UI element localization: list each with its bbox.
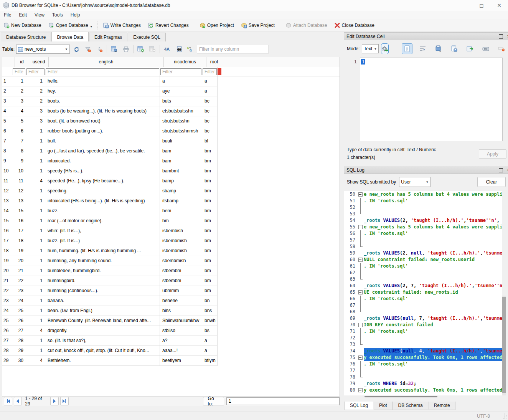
table-row[interactable]: 29304Bethlehem.beetlyembtlym [2,356,340,366]
table-row[interactable]: 27281so. (lit. Is that so?),a?a [2,336,340,346]
column-header-root[interactable]: root [206,57,222,67]
cell-root[interactable]: bs [202,326,218,336]
cell-userid[interactable]: 1 [26,156,45,166]
tab-browse-data[interactable]: Browse Data [51,32,89,41]
cell-english[interactable]: boots. [45,96,160,106]
next-page-button[interactable] [50,397,59,405]
cell-nicodemus[interactable]: sbembmish [160,256,202,266]
copy-link-button[interactable] [480,43,491,54]
apply-button[interactable]: Apply [479,149,506,159]
cell-id[interactable]: 27 [12,326,26,336]
log-line[interactable]: 53 [344,211,502,217]
table-row[interactable]: 661rubber boots (putting on...).sbutsbut… [2,126,340,136]
last-page-button[interactable] [60,397,69,405]
cell-english[interactable]: cut out, knock off!, quit, stop. (lit. C… [45,346,160,356]
table-row[interactable]: 14151buzz.bembm [2,206,340,216]
cell-id[interactable]: 19 [12,246,26,256]
cell-english[interactable]: bean. (l.w. from Engl.) [45,306,160,316]
first-page-button[interactable] [4,397,12,405]
table-row[interactable]: 881go (...fast and far), speeded (be...)… [2,146,340,156]
cell-nicodemus[interactable]: aaaa...! [160,346,202,356]
log-line[interactable]: 57 [344,237,502,243]
delete-record-button[interactable] [147,45,157,54]
cell-english[interactable]: bumblebee, hummingbird. [45,266,160,276]
attach-database-button[interactable]: Attach Database [282,21,331,30]
cell-root[interactable]: a [202,76,218,86]
cell-root[interactable]: bm [202,186,218,196]
cell-userid[interactable]: 3 [26,116,45,126]
cell-english[interactable]: speeded (He...), tipsy (He became...). [45,176,160,186]
goto-input[interactable] [226,397,340,405]
cell-userid[interactable]: 1 [26,246,45,256]
table-row[interactable]: 332boots.butsbc [2,96,340,106]
cell-nicodemus[interactable]: a? [160,336,202,346]
cell-id[interactable]: 6 [12,126,26,136]
cell-english[interactable]: so. (lit. Is that so?), [45,336,160,346]
cell-english[interactable]: bull. [45,136,160,146]
cell-root[interactable]: bc [202,96,218,106]
clear-log-button[interactable]: Clear [477,177,506,187]
cell-userid[interactable]: 1 [26,306,45,316]
cell-root[interactable]: a [202,336,218,346]
cell-english[interactable]: speeding. [45,186,160,196]
table-row[interactable]: 16171whirr. (lit. It is...),isbembishbm [2,226,340,236]
cell-userid[interactable]: 4 [26,326,45,336]
close-database-button[interactable]: Close Database [331,21,378,30]
cell-root[interactable]: a [202,346,218,356]
cell-userid[interactable]: 1 [26,236,45,246]
cell-id[interactable]: 24 [12,296,26,306]
cell-userid[interactable]: 1 [26,296,45,306]
cell-nicodemus[interactable]: sbamp [160,186,202,196]
fold-marker-icon[interactable] [358,322,364,328]
log-line[interactable]: 59_roots VALUES(2, null, 'taught (I...h/… [344,250,502,256]
log-line[interactable]: 74_roots VALUES(null, 4, 'taught (I...h/… [344,348,502,354]
save-project-button[interactable]: Save Project [238,21,278,30]
cell-nicodemus[interactable]: bamp [160,176,202,186]
table-row[interactable]: 24251bean. (l.w. from Engl.)binsbns [2,306,340,316]
scrollbar-thumb[interactable] [502,297,506,393]
cell-nicodemus[interactable]: stbiiso [160,326,202,336]
table-row[interactable]: 11114speeded (He...), tipsy (He became..… [2,176,340,186]
table-row[interactable]: 12121speeding.sbampbm [2,186,340,196]
table-row[interactable]: 553boot. (lit. a borrowed root)sbutsbuts… [2,116,340,126]
table-selector[interactable]: new_roots ▼ [16,45,70,54]
cell-nicodemus[interactable]: stbembm [160,276,202,286]
table-row[interactable]: 22231humming (continuous...).ubmmmbm [2,286,340,296]
cell-english[interactable]: Bethlehem. [45,356,160,366]
menu-view[interactable]: View [31,12,48,18]
tab-database-structure[interactable]: Database Structure [1,33,51,41]
cell-id[interactable]: 12 [12,186,26,196]
cell-id[interactable]: 13 [12,196,26,206]
cell-nicodemus[interactable]: buts [160,96,202,106]
cell-english[interactable]: roar (...of motor or engine). [45,216,160,226]
tab-edit-pragmas[interactable]: Edit Pragmas [89,33,127,41]
log-line[interactable]: 64_roots VALUES(2, 7, 'taught (I...h/h).… [344,283,502,289]
log-line[interactable]: 60NULL constraint failed: new_roots.user… [344,256,502,263]
insert-record-button[interactable] [136,45,146,54]
cell-root[interactable]: bm [202,246,218,256]
cell-id[interactable]: 28 [12,336,26,346]
fold-marker-icon[interactable] [358,191,364,198]
column-header-english[interactable]: english [49,57,164,67]
editor-area[interactable]: 1 [360,58,503,141]
table-row[interactable]: 26274dragonfly.stbiisobs [2,326,340,336]
print-button[interactable] [121,45,131,54]
log-line[interactable]: 68 [344,309,502,315]
cell-english[interactable]: hum, humming. (lit. H/s is making hummin… [45,246,160,256]
cell-root[interactable]: bm [202,276,218,286]
cell-userid[interactable]: 1 [26,216,45,226]
menu-help[interactable]: Help [67,12,84,18]
log-line[interactable]: 63 [344,276,502,283]
minimize-button[interactable]: – [455,0,473,11]
table-row[interactable]: 10101speedy (H/s is...).bambmtbm [2,166,340,176]
cell-english[interactable]: speedy (H/s is...). [45,166,160,176]
log-horizontal-scrollbar[interactable] [365,396,437,397]
cell-root[interactable]: bns [202,306,218,316]
table-row[interactable]: 19201humming, any humming sound.sbembmis… [2,256,340,266]
cell-nicodemus[interactable]: isbembmish [160,236,202,246]
cell-english[interactable]: humming (continuous...). [45,286,160,296]
column-header-nicodemus[interactable]: nicodemus [164,57,206,67]
cell-nicodemus[interactable]: bm [160,216,202,226]
log-line[interactable]: 54_roots VALUES(2, 'taught (I...h/h).','… [344,217,502,224]
cell-root[interactable]: bm [202,196,218,206]
